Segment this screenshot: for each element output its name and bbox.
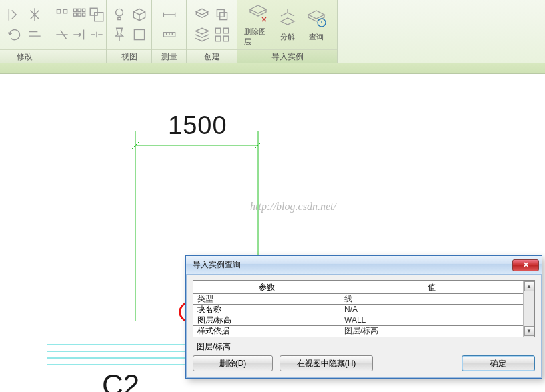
align-icon[interactable] bbox=[53, 6, 71, 23]
panel-import-label: 导入实例 bbox=[237, 49, 337, 63]
rotate-icon[interactable] bbox=[6, 26, 23, 43]
svg-rect-0 bbox=[73, 9, 76, 11]
dimension-text: 1500 bbox=[168, 113, 227, 138]
grid-scrollbar[interactable]: ▲ ▼ bbox=[523, 281, 534, 337]
dialog-title-text: 导入实例查询 bbox=[193, 259, 241, 271]
ok-button-label: 确定 bbox=[490, 358, 506, 369]
stack-icon[interactable] bbox=[193, 26, 211, 43]
grid-param-cell[interactable]: 样式依据 bbox=[193, 326, 340, 337]
svg-rect-2 bbox=[82, 9, 85, 11]
measure-tool-grid bbox=[161, 6, 178, 43]
box-icon[interactable] bbox=[131, 6, 148, 23]
panel-create-label: 创建 bbox=[187, 49, 237, 63]
extend-icon[interactable] bbox=[71, 26, 88, 43]
svg-rect-13 bbox=[215, 28, 221, 33]
svg-rect-11 bbox=[217, 9, 224, 17]
param-grid: 参数 类型 块名称 图层/标高 样式依据 值 线 N/A WALL 图层/标高 … bbox=[193, 280, 535, 337]
dialog-titlebar[interactable]: 导入实例查询 ✕ bbox=[186, 256, 542, 275]
ok-button[interactable]: 确定 bbox=[462, 355, 535, 371]
scale-icon[interactable] bbox=[88, 6, 105, 23]
svg-rect-12 bbox=[219, 13, 227, 20]
ruler-icon[interactable] bbox=[161, 26, 178, 43]
query-button[interactable]: 查询 bbox=[302, 8, 330, 42]
modify-tool-grid bbox=[6, 6, 43, 43]
mirror2-icon[interactable] bbox=[26, 6, 43, 23]
create-tool-grid bbox=[193, 6, 231, 43]
svg-rect-6 bbox=[90, 8, 97, 15]
panel-create: 创建 bbox=[187, 0, 237, 63]
explode-button[interactable]: 分解 bbox=[274, 8, 302, 42]
dimension-icon[interactable] bbox=[161, 6, 178, 23]
grid-value-cell[interactable]: WALL bbox=[340, 315, 523, 326]
svg-rect-7 bbox=[94, 13, 103, 21]
svg-rect-15 bbox=[215, 36, 221, 41]
view-tool-grid bbox=[111, 6, 148, 43]
panel-modify: 修改 bbox=[0, 0, 49, 63]
panel-view-label: 视图 bbox=[107, 49, 151, 63]
delete-layer-label: 删除图层 bbox=[244, 27, 272, 47]
panel-modify-2 bbox=[49, 0, 107, 63]
panel-import: 删除图层 分解 查询 导入实例 bbox=[237, 0, 338, 63]
offset-icon[interactable] bbox=[26, 26, 43, 43]
ribbon-strip bbox=[0, 63, 545, 74]
hide-button-label: 在视图中隐藏(H) bbox=[297, 358, 356, 369]
view-more-icon[interactable] bbox=[131, 26, 148, 43]
split-icon[interactable] bbox=[88, 26, 105, 43]
panel-modify-label: 修改 bbox=[0, 49, 49, 63]
svg-rect-1 bbox=[77, 9, 80, 11]
close-icon: ✕ bbox=[523, 261, 529, 269]
close-button[interactable]: ✕ bbox=[512, 259, 539, 271]
svg-rect-16 bbox=[223, 36, 229, 41]
dialog-actions: 删除(D) 在视图中隐藏(H) 确定 bbox=[193, 355, 535, 371]
grid-param-cell[interactable]: 块名称 bbox=[193, 305, 340, 315]
watermark: http://blog.csdn.net/ bbox=[250, 201, 336, 213]
svg-point-8 bbox=[115, 9, 123, 16]
svg-rect-9 bbox=[134, 29, 144, 39]
section-label: 图层/标高 bbox=[197, 341, 535, 353]
delete-layer-button[interactable]: 删除图层 bbox=[244, 3, 272, 47]
panel-modify-2-label bbox=[49, 49, 106, 63]
scroll-up-icon[interactable]: ▲ bbox=[524, 281, 534, 291]
grid-value-cell[interactable]: N/A bbox=[340, 305, 523, 315]
query-label: 查询 bbox=[309, 32, 324, 42]
pin-icon[interactable] bbox=[111, 26, 128, 43]
label-c2: C2 bbox=[102, 371, 139, 392]
group-icon[interactable] bbox=[213, 26, 231, 43]
copy-icon[interactable] bbox=[213, 6, 231, 23]
grid-value-cell[interactable]: 线 bbox=[340, 294, 523, 305]
grid-header-param: 参数 bbox=[193, 281, 340, 294]
scroll-down-icon[interactable]: ▼ bbox=[524, 326, 534, 336]
svg-rect-3 bbox=[73, 13, 76, 16]
query-dialog: 导入实例查询 ✕ 参数 类型 块名称 图层/标高 样式依据 值 线 N/A bbox=[185, 255, 542, 379]
mirror-icon[interactable] bbox=[6, 6, 23, 23]
svg-rect-14 bbox=[223, 28, 229, 33]
array-icon[interactable] bbox=[71, 6, 88, 23]
panel-view: 视图 bbox=[107, 0, 152, 63]
bulb-icon[interactable] bbox=[111, 6, 128, 23]
panel-measure-label: 测量 bbox=[152, 49, 186, 63]
explode-label: 分解 bbox=[280, 32, 295, 42]
modify-tool-grid-2 bbox=[53, 6, 103, 43]
drawing-canvas[interactable]: 1500 http://blog.csdn.net/ C2 导入实例查询 ✕ 参… bbox=[0, 74, 545, 392]
delete-button-label: 删除(D) bbox=[219, 358, 247, 369]
delete-button[interactable]: 删除(D) bbox=[193, 355, 273, 371]
grid-value-cell[interactable]: 图层/标高 bbox=[340, 326, 523, 337]
panel-measure: 测量 bbox=[152, 0, 187, 63]
trim-icon[interactable] bbox=[53, 26, 71, 43]
component-icon[interactable] bbox=[193, 6, 211, 23]
ribbon: 修改 视图 bbox=[0, 0, 545, 63]
grid-param-cell[interactable]: 图层/标高 bbox=[193, 315, 340, 326]
svg-rect-4 bbox=[77, 13, 80, 16]
grid-header-value: 值 bbox=[340, 281, 523, 294]
hide-in-view-button[interactable]: 在视图中隐藏(H) bbox=[280, 355, 373, 371]
svg-rect-5 bbox=[82, 13, 85, 16]
grid-param-cell[interactable]: 类型 bbox=[193, 294, 340, 305]
